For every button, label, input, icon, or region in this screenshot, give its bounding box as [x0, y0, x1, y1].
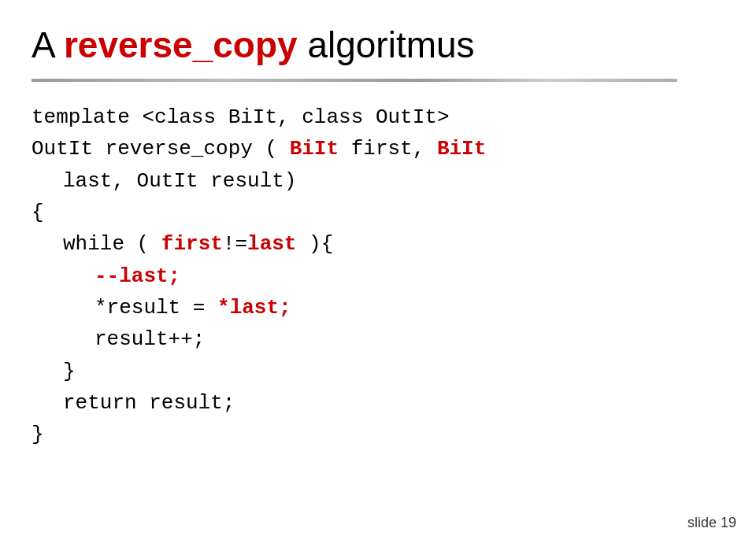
code-first-label: first, [339, 137, 437, 161]
code-line-2: OutIt reverse_copy ( BiIt first, BiIt [32, 133, 724, 164]
title-divider [32, 79, 677, 82]
code-template-params: <class BiIt, class OutIt> [142, 105, 449, 129]
code-decrement-last: --last; [94, 264, 180, 288]
code-open-brace: { [32, 201, 44, 224]
code-line-1: template <class BiIt, class OutIt> [32, 102, 724, 133]
code-line-4: { [32, 197, 724, 228]
code-template-keyword: template [32, 105, 142, 129]
code-while-open: while ( [63, 232, 161, 256]
code-close-while: } [63, 360, 76, 383]
code-last-var: last [247, 232, 296, 256]
code-return: return result; [63, 391, 235, 415]
code-block: template <class BiIt, class OutIt> OutIt… [32, 102, 724, 450]
code-biit-1: BiIt [290, 137, 339, 161]
code-while-close: ){ [296, 232, 333, 256]
code-close-func: } [32, 423, 44, 446]
code-line-8: result++; [32, 323, 724, 355]
code-outit: OutIt reverse_copy ( [32, 137, 290, 161]
slide-number: slide 19 [687, 515, 736, 531]
code-result-increment: result++; [94, 327, 205, 351]
slide-container: A reverse_copy algoritmus template <clas… [0, 0, 756, 543]
title-prefix: A [32, 24, 64, 65]
code-neq: != [223, 232, 247, 256]
code-line-6: --last; [32, 260, 724, 292]
title-area: A reverse_copy algoritmus [32, 24, 724, 67]
code-first-var: first [161, 232, 223, 256]
code-line-9: } [32, 356, 724, 387]
code-deref-last: *last; [217, 296, 291, 320]
code-line-5: while ( first!=last ){ [32, 228, 724, 260]
code-line-7: *result = *last; [32, 292, 724, 323]
code-line-11: } [32, 419, 724, 450]
title-suffix: algoritmus [298, 24, 475, 65]
code-deref-result: *result = [94, 296, 217, 320]
slide-title: A reverse_copy algoritmus [32, 24, 724, 67]
code-line-10: return result; [32, 387, 724, 419]
title-highlight: reverse_copy [64, 24, 298, 65]
code-biit-2: BiIt [437, 137, 486, 161]
code-last-outit: last, OutIt result) [63, 169, 296, 193]
code-line-3: last, OutIt result) [32, 165, 724, 197]
